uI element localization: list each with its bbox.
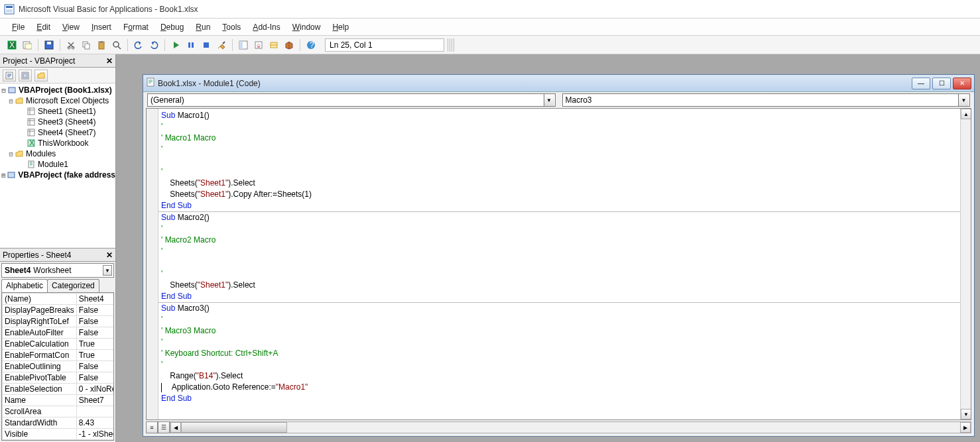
reset-button[interactable] <box>200 38 213 52</box>
menu-view[interactable]: View <box>57 21 85 34</box>
help-button[interactable]: ? <box>304 38 318 52</box>
sheet-item[interactable]: Sheet4 (Sheet7) <box>0 127 115 138</box>
svg-rect-17 <box>188 42 190 48</box>
properties-panel-close[interactable]: ✕ <box>106 250 113 260</box>
full-module-view-button[interactable]: ☰ <box>158 421 170 433</box>
run-button[interactable] <box>169 38 182 52</box>
menu-addins[interactable]: Add-Ins <box>247 21 285 34</box>
property-row[interactable]: DisplayPageBreaksFalse <box>3 305 115 316</box>
view-code-button[interactable] <box>3 70 16 82</box>
scroll-right-arrow[interactable]: ▶ <box>960 422 971 433</box>
code-editor[interactable]: Sub Macro1() ' ' Macro1 Macro ' ' Sheets… <box>146 108 971 420</box>
project-tree[interactable]: ⊟VBAProject (Book1.xlsx) ⊟Microsoft Exce… <box>0 83 115 249</box>
property-value[interactable] <box>76 406 114 417</box>
property-value[interactable]: Sheet4 <box>76 294 114 305</box>
redo-button[interactable] <box>147 38 160 52</box>
property-value[interactable]: Sheet7 <box>76 395 114 406</box>
property-value[interactable]: 8.43 <box>76 417 114 429</box>
break-button[interactable] <box>184 38 198 52</box>
property-row[interactable]: EnablePivotTableFalse <box>3 372 115 384</box>
tab-categorized[interactable]: Categorized <box>47 279 99 292</box>
find-button[interactable] <box>110 38 123 52</box>
property-row[interactable]: EnableCalculationTrue <box>3 339 115 350</box>
property-value[interactable]: True <box>76 350 114 361</box>
insert-object-button[interactable] <box>21 38 34 52</box>
menu-debug[interactable]: Debug <box>155 21 189 34</box>
property-name: EnableFormatCon <box>3 350 77 361</box>
property-row[interactable]: ScrollArea <box>3 406 115 417</box>
horizontal-scrollbar[interactable]: ◀ ▶ <box>170 421 971 433</box>
menu-window[interactable]: Window <box>287 21 326 34</box>
property-row[interactable]: StandardWidth8.43 <box>3 417 115 429</box>
menu-help[interactable]: Help <box>327 21 354 34</box>
minimize-button[interactable]: — <box>912 78 930 89</box>
object-combo[interactable]: (General)▼ <box>147 93 556 107</box>
vertical-scrollbar[interactable]: ▲ ▼ <box>960 109 971 419</box>
procedure-view-button[interactable]: ≡ <box>146 421 158 433</box>
property-value[interactable]: False <box>76 372 114 384</box>
property-row[interactable]: EnableFormatConTrue <box>3 350 115 361</box>
property-row[interactable]: EnableOutliningFalse <box>3 361 115 372</box>
property-value[interactable]: True <box>76 339 114 350</box>
close-button[interactable]: ✕ <box>953 78 971 89</box>
project-root[interactable]: ⊟VBAProject (Book1.xlsx) <box>0 85 115 95</box>
object-browser-button[interactable] <box>267 38 280 52</box>
dropdown-icon[interactable]: ▼ <box>958 94 969 106</box>
property-row[interactable]: NameSheet7 <box>3 395 115 406</box>
scroll-left-arrow[interactable]: ◀ <box>170 422 181 433</box>
property-row[interactable]: (Name)Sheet4 <box>3 294 115 305</box>
properties-button[interactable] <box>252 38 265 52</box>
cut-button[interactable] <box>64 38 78 52</box>
undo-button[interactable] <box>132 38 145 52</box>
property-row[interactable]: DisplayRightToLefFalse <box>3 316 115 327</box>
save-button[interactable] <box>42 38 56 52</box>
maximize-button[interactable]: ☐ <box>932 78 951 89</box>
property-value[interactable]: False <box>76 327 114 339</box>
property-value[interactable]: False <box>76 305 114 316</box>
properties-grid[interactable]: (Name)Sheet4DisplayPageBreaksFalseDispla… <box>1 292 114 441</box>
svg-line-16 <box>118 46 121 49</box>
sheet-item[interactable]: Sheet1 (Sheet1) <box>0 106 115 117</box>
menu-run[interactable]: Run <box>190 21 215 34</box>
design-mode-button[interactable] <box>215 38 228 52</box>
property-value[interactable]: -1 - xlSheetVisib <box>76 429 114 440</box>
view-object-button[interactable] <box>19 70 32 82</box>
sheet-item[interactable]: Sheet3 (Sheet4) <box>0 117 115 127</box>
procedure-combo[interactable]: Macro3▼ <box>562 93 971 107</box>
code-text[interactable]: Sub Macro1() ' ' Macro1 Macro ' ' Sheets… <box>158 109 960 419</box>
view-excel-button[interactable]: X <box>5 38 19 52</box>
scroll-track[interactable] <box>961 119 971 409</box>
tab-alphabetic[interactable]: Alphabetic <box>1 279 48 292</box>
paste-button[interactable] <box>95 38 108 52</box>
scroll-down-arrow[interactable]: ▼ <box>961 409 971 419</box>
property-row[interactable]: EnableSelection0 - xlNoRestricti <box>3 384 115 395</box>
dropdown-icon[interactable]: ▼ <box>103 265 112 276</box>
menu-insert[interactable]: Insert <box>86 21 117 34</box>
dropdown-icon[interactable]: ▼ <box>544 94 554 106</box>
copy-button[interactable] <box>80 38 93 52</box>
code-window-titlebar[interactable]: Book1.xlsx - Module1 (Code) — ☐ ✕ <box>143 75 974 92</box>
property-row[interactable]: Visible-1 - xlSheetVisib <box>3 429 115 440</box>
excel-objects-folder[interactable]: ⊟Microsoft Excel Objects <box>0 95 115 106</box>
folder-icon <box>15 96 24 105</box>
workbook-item[interactable]: XThisWorkbook <box>0 138 115 148</box>
menu-tools[interactable]: Tools <box>217 21 246 34</box>
project-root-2[interactable]: ⊞VBAProject (fake address <box>0 170 115 180</box>
property-row[interactable]: EnableAutoFilterFalse <box>3 327 115 339</box>
property-value[interactable]: False <box>76 316 114 327</box>
toolbox-button[interactable] <box>282 38 296 52</box>
menu-format[interactable]: Format <box>118 21 154 34</box>
module-item[interactable]: Module1 <box>0 159 115 170</box>
properties-object-selector[interactable]: Sheet4 Worksheet ▼ <box>1 263 114 278</box>
property-value[interactable]: False <box>76 361 114 372</box>
menu-edit[interactable]: Edit <box>31 21 56 34</box>
toggle-folders-button[interactable] <box>34 70 48 82</box>
property-value[interactable]: 0 - xlNoRestricti <box>76 384 114 395</box>
scroll-track[interactable] <box>181 422 960 433</box>
scroll-up-arrow[interactable]: ▲ <box>961 109 971 119</box>
project-panel-close[interactable]: ✕ <box>106 56 113 66</box>
menu-file[interactable]: File <box>7 21 30 34</box>
modules-folder[interactable]: ⊟Modules <box>0 148 115 159</box>
scroll-thumb[interactable] <box>181 422 287 433</box>
project-explorer-button[interactable] <box>237 38 250 52</box>
